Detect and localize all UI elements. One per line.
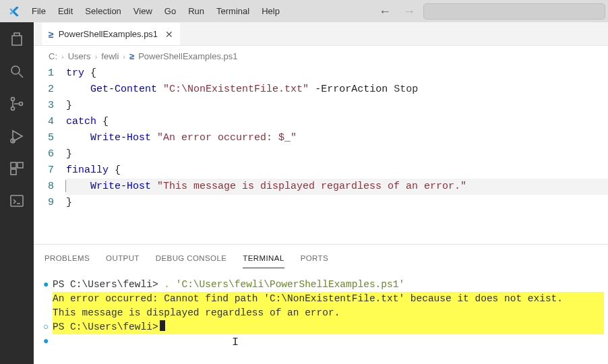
terminal-panel-icon[interactable] — [8, 192, 26, 210]
close-tab-icon[interactable]: ✕ — [165, 29, 173, 40]
extensions-icon[interactable] — [8, 160, 26, 177]
menu-edit[interactable]: Edit — [52, 2, 79, 20]
crumb-c[interactable]: C: — [49, 51, 57, 61]
code-content[interactable]: try { Get-Content "C:\NonExistentFile.tx… — [66, 65, 608, 244]
explorer-icon[interactable] — [8, 30, 26, 48]
command-center-input[interactable] — [423, 3, 605, 20]
tab-label: PowerShellExamples.ps1 — [59, 29, 158, 39]
powershell-file-icon: ≥ — [49, 29, 54, 40]
crumb-file[interactable]: PowerShellExamples.ps1 — [138, 51, 237, 61]
terminal-output: An error occurred: Cannot find path 'C:\… — [53, 292, 563, 306]
panel-tab-problems[interactable]: PROBLEMS — [44, 254, 90, 268]
menu-selection[interactable]: Selection — [79, 2, 127, 20]
crumb-fewli[interactable]: fewli — [101, 51, 119, 61]
code-editor[interactable]: 1 2 3 4 5 6 7 8 9 try { Get-Content "C:\… — [34, 64, 608, 244]
panel-tab-ports[interactable]: PORTS — [301, 254, 328, 268]
psreadline-indicator-icon: ● — [43, 334, 53, 348]
panel-tab-output[interactable]: OUTPUT — [106, 254, 140, 268]
line-number: 6 — [34, 146, 54, 162]
line-number: 3 — [34, 98, 54, 114]
menu-help[interactable]: Help — [255, 2, 286, 20]
search-icon[interactable] — [8, 63, 26, 80]
svg-rect-5 — [11, 162, 16, 168]
svg-point-2 — [11, 107, 15, 111]
line-number: 8 — [34, 179, 54, 195]
powershell-file-icon: ≥ — [129, 51, 134, 61]
line-number: 5 — [34, 130, 54, 146]
chevron-right-icon: › — [95, 53, 98, 61]
terminal-cursor — [160, 320, 165, 331]
nav-back-icon[interactable]: ← — [379, 5, 391, 18]
editor-tabs: ≥ PowerShellExamples.ps1 ✕ — [34, 22, 608, 46]
line-number: 2 — [34, 82, 54, 98]
chevron-right-icon: › — [123, 53, 125, 61]
terminal[interactable]: ●PS C:\Users\fewli> . 'C:\Users\fewli\Po… — [34, 268, 608, 364]
menu-terminal[interactable]: Terminal — [210, 2, 255, 20]
svg-point-0 — [11, 66, 20, 74]
panel-tab-debug-console[interactable]: DEBUG CONSOLE — [156, 254, 227, 268]
terminal-output: This message is displayed regardless of … — [53, 306, 340, 320]
svg-point-3 — [20, 102, 23, 106]
menu-run[interactable]: Run — [182, 2, 210, 20]
source-control-icon[interactable] — [8, 95, 26, 113]
svg-point-1 — [11, 98, 15, 101]
svg-rect-8 — [11, 195, 23, 206]
line-number: 9 — [34, 195, 54, 211]
panel-tab-terminal[interactable]: TERMINAL — [243, 254, 284, 268]
title-bar: File Edit Selection View Go Run Terminal… — [0, 0, 608, 22]
tab-powershell-examples[interactable]: ≥ PowerShellExamples.ps1 ✕ — [42, 22, 180, 45]
line-number: 4 — [34, 114, 54, 130]
menu-file[interactable]: File — [26, 2, 52, 20]
activity-bar — [0, 22, 34, 364]
nav-forward-icon[interactable]: → — [403, 5, 415, 18]
svg-rect-7 — [11, 169, 16, 175]
chevron-right-icon: › — [61, 53, 64, 61]
line-number-gutter: 1 2 3 4 5 6 7 8 9 — [34, 65, 66, 244]
vscode-logo-icon — [3, 5, 26, 18]
line-number: 1 — [34, 65, 54, 82]
psreadline-indicator-icon: ○ — [43, 320, 53, 334]
breadcrumbs[interactable]: C:› Users› fewli› ≥ PowerShellExamples.p… — [34, 46, 608, 64]
run-debug-icon[interactable] — [8, 127, 26, 145]
psreadline-indicator-icon: ● — [43, 278, 53, 292]
line-number: 7 — [34, 162, 54, 179]
bottom-panel: PROBLEMS OUTPUT DEBUG CONSOLE TERMINAL P… — [34, 244, 608, 364]
crumb-users[interactable]: Users — [68, 51, 91, 61]
panel-tabs: PROBLEMS OUTPUT DEBUG CONSOLE TERMINAL P… — [34, 245, 608, 268]
menu-view[interactable]: View — [127, 2, 158, 20]
editor-group: ≥ PowerShellExamples.ps1 ✕ C:› Users› fe… — [34, 22, 608, 364]
menu-go[interactable]: Go — [158, 2, 182, 20]
svg-rect-6 — [18, 162, 23, 168]
